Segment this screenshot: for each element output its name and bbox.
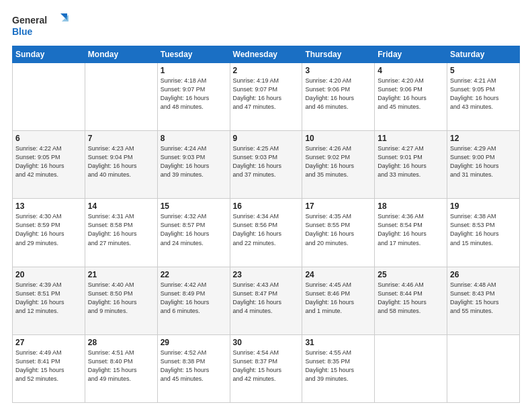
day-number: 26 [450,270,517,279]
day-cell: 14Sunrise: 4:31 AM Sunset: 8:58 PM Dayli… [85,199,157,267]
weekday-header-sunday: Sunday [13,46,85,63]
day-number: 27 [15,338,82,347]
week-row-1: 6Sunrise: 4:22 AM Sunset: 9:05 PM Daylig… [13,131,520,199]
day-cell: 29Sunrise: 4:52 AM Sunset: 8:38 PM Dayli… [157,334,230,402]
weekday-header-wednesday: Wednesday [230,46,302,63]
day-info: Sunrise: 4:52 AM Sunset: 8:38 PM Dayligh… [161,349,227,383]
day-info: Sunrise: 4:48 AM Sunset: 8:43 PM Dayligh… [450,281,517,316]
day-cell [85,63,157,131]
day-info: Sunrise: 4:20 AM Sunset: 9:06 PM Dayligh… [305,77,371,111]
day-number: 28 [88,338,154,347]
day-cell: 1Sunrise: 4:18 AM Sunset: 9:07 PM Daylig… [157,63,230,131]
day-number: 18 [378,201,444,211]
day-info: Sunrise: 4:29 AM Sunset: 9:00 PM Dayligh… [450,144,517,179]
day-info: Sunrise: 4:22 AM Sunset: 9:05 PM Dayligh… [15,144,82,179]
day-cell: 23Sunrise: 4:43 AM Sunset: 8:47 PM Dayli… [230,267,302,334]
day-info: Sunrise: 4:26 AM Sunset: 9:02 PM Dayligh… [305,144,371,179]
week-row-0: 1Sunrise: 4:18 AM Sunset: 9:07 PM Daylig… [13,63,520,131]
week-row-3: 20Sunrise: 4:39 AM Sunset: 8:51 PM Dayli… [13,267,520,334]
day-cell: 3Sunrise: 4:20 AM Sunset: 9:06 PM Daylig… [302,63,375,131]
day-cell: 18Sunrise: 4:36 AM Sunset: 8:54 PM Dayli… [375,199,447,267]
day-cell: 12Sunrise: 4:29 AM Sunset: 9:00 PM Dayli… [447,131,520,199]
day-number: 20 [15,270,82,279]
day-info: Sunrise: 4:31 AM Sunset: 8:58 PM Dayligh… [88,212,154,247]
day-number: 25 [378,270,444,279]
day-number: 14 [88,201,154,211]
day-cell: 5Sunrise: 4:21 AM Sunset: 9:05 PM Daylig… [447,63,520,131]
day-info: Sunrise: 4:39 AM Sunset: 8:51 PM Dayligh… [15,281,82,316]
day-number: 31 [305,338,371,347]
weekday-header-friday: Friday [375,46,447,63]
day-cell: 25Sunrise: 4:46 AM Sunset: 8:44 PM Dayli… [375,267,447,334]
day-info: Sunrise: 4:40 AM Sunset: 8:50 PM Dayligh… [88,281,154,316]
day-cell: 21Sunrise: 4:40 AM Sunset: 8:50 PM Dayli… [85,267,157,334]
day-number: 9 [233,134,300,143]
day-cell: 27Sunrise: 4:49 AM Sunset: 8:41 PM Dayli… [13,334,85,402]
week-row-4: 27Sunrise: 4:49 AM Sunset: 8:41 PM Dayli… [13,334,520,402]
day-number: 10 [305,134,371,143]
day-cell: 6Sunrise: 4:22 AM Sunset: 9:05 PM Daylig… [13,131,85,199]
day-info: Sunrise: 4:23 AM Sunset: 9:04 PM Dayligh… [88,144,154,179]
day-number: 22 [161,270,227,279]
day-cell: 30Sunrise: 4:54 AM Sunset: 8:37 PM Dayli… [230,334,302,402]
day-cell: 26Sunrise: 4:48 AM Sunset: 8:43 PM Dayli… [447,267,520,334]
day-cell: 20Sunrise: 4:39 AM Sunset: 8:51 PM Dayli… [13,267,85,334]
day-cell: 24Sunrise: 4:45 AM Sunset: 8:46 PM Dayli… [302,267,375,334]
day-cell: 8Sunrise: 4:24 AM Sunset: 9:03 PM Daylig… [157,131,230,199]
day-cell: 2Sunrise: 4:19 AM Sunset: 9:07 PM Daylig… [230,63,302,131]
day-info: Sunrise: 4:42 AM Sunset: 8:49 PM Dayligh… [161,281,227,316]
weekday-header-thursday: Thursday [302,46,375,63]
day-info: Sunrise: 4:25 AM Sunset: 9:03 PM Dayligh… [233,144,300,179]
weekday-header-monday: Monday [85,46,157,63]
day-number: 16 [233,201,300,211]
day-number: 4 [378,66,444,75]
day-info: Sunrise: 4:54 AM Sunset: 8:37 PM Dayligh… [233,349,300,383]
day-info: Sunrise: 4:36 AM Sunset: 8:54 PM Dayligh… [378,212,444,247]
logo: General Blue [12,12,73,39]
day-info: Sunrise: 4:43 AM Sunset: 8:47 PM Dayligh… [233,281,300,316]
day-cell [375,334,447,402]
day-number: 24 [305,270,371,279]
svg-text:General: General [12,15,47,26]
day-cell: 31Sunrise: 4:55 AM Sunset: 8:35 PM Dayli… [302,334,375,402]
day-number: 5 [450,66,517,75]
day-info: Sunrise: 4:45 AM Sunset: 8:46 PM Dayligh… [305,281,371,316]
day-cell: 28Sunrise: 4:51 AM Sunset: 8:40 PM Dayli… [85,334,157,402]
weekday-header-tuesday: Tuesday [157,46,230,63]
day-cell: 9Sunrise: 4:25 AM Sunset: 9:03 PM Daylig… [230,131,302,199]
day-number: 29 [161,338,227,347]
day-number: 1 [161,66,227,75]
day-number: 12 [450,134,517,143]
day-cell: 4Sunrise: 4:20 AM Sunset: 9:06 PM Daylig… [375,63,447,131]
day-info: Sunrise: 4:34 AM Sunset: 8:56 PM Dayligh… [233,212,300,247]
logo-svg: General Blue [12,12,73,39]
day-info: Sunrise: 4:38 AM Sunset: 8:53 PM Dayligh… [450,212,517,247]
day-number: 8 [161,134,227,143]
day-info: Sunrise: 4:55 AM Sunset: 8:35 PM Dayligh… [305,349,371,383]
day-cell: 19Sunrise: 4:38 AM Sunset: 8:53 PM Dayli… [447,199,520,267]
weekday-header-saturday: Saturday [447,46,520,63]
day-number: 11 [378,134,444,143]
day-cell: 22Sunrise: 4:42 AM Sunset: 8:49 PM Dayli… [157,267,230,334]
day-number: 3 [305,66,371,75]
day-cell: 11Sunrise: 4:27 AM Sunset: 9:01 PM Dayli… [375,131,447,199]
day-number: 6 [15,134,82,143]
day-number: 7 [88,134,154,143]
day-cell [13,63,85,131]
day-info: Sunrise: 4:35 AM Sunset: 8:55 PM Dayligh… [305,212,371,247]
day-number: 17 [305,201,371,211]
day-number: 23 [233,270,300,279]
day-info: Sunrise: 4:51 AM Sunset: 8:40 PM Dayligh… [88,349,154,383]
day-number: 19 [450,201,517,211]
day-cell: 10Sunrise: 4:26 AM Sunset: 9:02 PM Dayli… [302,131,375,199]
day-info: Sunrise: 4:49 AM Sunset: 8:41 PM Dayligh… [15,349,82,383]
day-info: Sunrise: 4:20 AM Sunset: 9:06 PM Dayligh… [378,77,444,111]
header: General Blue [12,12,520,39]
page: General Blue SundayMondayTuesdayWednesda… [0,0,532,411]
calendar-table: SundayMondayTuesdayWednesdayThursdayFrid… [12,46,520,403]
day-info: Sunrise: 4:19 AM Sunset: 9:07 PM Dayligh… [233,77,300,111]
day-cell: 15Sunrise: 4:32 AM Sunset: 8:57 PM Dayli… [157,199,230,267]
day-info: Sunrise: 4:30 AM Sunset: 8:59 PM Dayligh… [15,212,82,247]
day-number: 15 [161,201,227,211]
day-cell: 16Sunrise: 4:34 AM Sunset: 8:56 PM Dayli… [230,199,302,267]
